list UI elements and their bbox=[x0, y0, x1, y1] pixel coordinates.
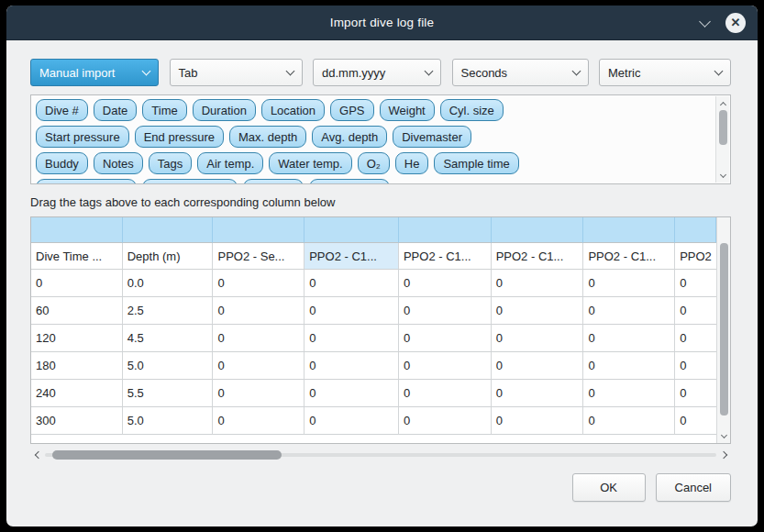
column-drop-target[interactable] bbox=[213, 217, 304, 243]
table-cell: 0 bbox=[583, 325, 675, 352]
table-cell: 0 bbox=[583, 270, 675, 297]
drag-tag[interactable] bbox=[142, 179, 238, 184]
scrollbar-handle[interactable] bbox=[52, 450, 282, 460]
column-header: PPO2 - Se... bbox=[213, 243, 304, 270]
scroll-down-icon[interactable] bbox=[716, 170, 729, 182]
scroll-left-icon[interactable] bbox=[30, 449, 43, 461]
table-cell: 0 bbox=[675, 297, 716, 325]
table-row: 180 5.0 0 0 0 0 0 0 bbox=[31, 352, 716, 380]
table-cell: 0 bbox=[213, 297, 304, 325]
scroll-right-icon[interactable] bbox=[718, 449, 731, 461]
tag-row-clipped bbox=[36, 179, 711, 184]
combo-value: Metric bbox=[608, 66, 640, 80]
column-drop-target[interactable] bbox=[123, 217, 214, 243]
table-cell: 5.5 bbox=[123, 380, 214, 407]
field-separator-combobox[interactable]: Tab bbox=[170, 59, 303, 86]
table-cell: 0 bbox=[399, 352, 492, 380]
drag-tag[interactable]: Date bbox=[94, 99, 137, 121]
units-combobox[interactable]: Metric bbox=[599, 59, 731, 86]
import-dialog: Import dive log file ✕ Manual import Tab… bbox=[6, 6, 758, 526]
table-cell: 0.0 bbox=[123, 270, 214, 297]
column-header: PPO2 - C1... bbox=[583, 243, 675, 270]
drag-tag[interactable]: Cyl. size bbox=[440, 99, 504, 121]
drag-tag[interactable]: Avg. depth bbox=[312, 126, 387, 148]
table-cell: 0 bbox=[304, 270, 399, 297]
time-format-combobox[interactable]: Seconds bbox=[452, 59, 589, 86]
drag-tag[interactable]: Notes bbox=[94, 152, 143, 174]
combo-value: Manual import bbox=[39, 66, 115, 80]
date-format-combobox[interactable]: dd.mm.yyyy bbox=[313, 59, 441, 86]
table-cell: 0 bbox=[675, 380, 716, 407]
drag-tag[interactable]: Max. depth bbox=[229, 126, 306, 148]
titlebar[interactable]: Import dive log file ✕ bbox=[6, 6, 758, 40]
titlebar-chevron-down-icon[interactable] bbox=[699, 16, 711, 28]
combo-value: dd.mm.yyyy bbox=[322, 66, 385, 80]
cancel-button[interactable]: Cancel bbox=[656, 473, 731, 502]
tag-row: Buddy Notes Tags Air temp. Water temp. O… bbox=[36, 152, 711, 174]
table-cell: 180 bbox=[31, 352, 123, 380]
table-cell: 0 bbox=[492, 407, 584, 435]
column-drop-target[interactable] bbox=[399, 217, 492, 243]
column-drop-target[interactable] bbox=[675, 217, 716, 243]
table-horizontal-scrollbar[interactable] bbox=[30, 449, 731, 461]
drag-tag[interactable]: Start pressure bbox=[36, 126, 129, 148]
table-cell: 0 bbox=[304, 325, 399, 352]
column-tags-panel: Dive # Date Time Duration Location GPS W… bbox=[30, 94, 731, 184]
table-cell: 0 bbox=[583, 297, 675, 325]
drag-tag[interactable]: Time bbox=[142, 99, 186, 121]
table-cell: 240 bbox=[31, 380, 123, 407]
ok-button[interactable]: OK bbox=[572, 473, 646, 502]
drag-tag[interactable]: Tags bbox=[149, 152, 192, 174]
window-title: Import dive log file bbox=[330, 16, 435, 29]
drag-tag[interactable]: End pressure bbox=[135, 126, 224, 148]
column-header-highlighted: PPO2 - C1... bbox=[304, 243, 399, 270]
drag-tag[interactable]: Buddy bbox=[36, 152, 88, 174]
table-cell: 0 bbox=[213, 325, 304, 352]
table-cell: 4.5 bbox=[123, 325, 214, 352]
scrollbar-handle[interactable] bbox=[719, 110, 727, 145]
table-cell: 0 bbox=[304, 297, 399, 325]
scroll-down-icon[interactable] bbox=[717, 430, 730, 442]
chevron-down-icon bbox=[714, 67, 724, 76]
drag-tag[interactable]: O₂ bbox=[358, 152, 390, 174]
table-cell: 60 bbox=[31, 297, 123, 325]
column-drop-target[interactable] bbox=[31, 217, 123, 243]
column-drop-target[interactable] bbox=[492, 217, 584, 243]
drag-tag[interactable]: Dive # bbox=[36, 99, 88, 121]
drag-tag[interactable]: He bbox=[395, 152, 429, 174]
drag-tag[interactable] bbox=[36, 179, 137, 184]
column-drop-target[interactable] bbox=[304, 217, 399, 243]
drag-tag[interactable]: Air temp. bbox=[197, 152, 263, 174]
column-header: Depth (m) bbox=[123, 243, 214, 270]
column-header: Dive Time ... bbox=[31, 243, 123, 270]
scroll-up-icon[interactable] bbox=[716, 97, 729, 109]
table-vertical-scrollbar[interactable] bbox=[716, 217, 730, 443]
table-cell: 0 bbox=[675, 352, 716, 380]
drag-tag[interactable]: Sample time bbox=[434, 152, 518, 174]
table-cell: 0 bbox=[492, 297, 584, 325]
table-cell: 300 bbox=[31, 407, 123, 435]
drag-tag[interactable]: Water temp. bbox=[269, 152, 351, 174]
tags-scrollbar[interactable] bbox=[715, 96, 729, 183]
chevron-down-icon bbox=[425, 67, 434, 76]
drag-tag[interactable]: Location bbox=[261, 99, 325, 121]
table-cell: 0 bbox=[583, 380, 675, 407]
drag-tag[interactable]: Divemaster bbox=[393, 126, 471, 148]
column-header: PPO2 - C1... bbox=[492, 243, 584, 270]
csv-preview-table: Dive Time ... Depth (m) PPO2 - Se... PPO… bbox=[30, 216, 731, 444]
import-type-combobox[interactable]: Manual import bbox=[30, 59, 159, 86]
close-button[interactable]: ✕ bbox=[725, 13, 746, 33]
column-drop-target[interactable] bbox=[583, 217, 675, 243]
scrollbar-handle[interactable] bbox=[720, 243, 728, 416]
drag-tag[interactable] bbox=[309, 179, 390, 184]
table-cell: 0 bbox=[492, 270, 584, 297]
drag-tag[interactable]: Weight bbox=[380, 99, 435, 121]
drag-tag[interactable] bbox=[243, 179, 304, 184]
drag-tag[interactable]: GPS bbox=[330, 99, 373, 121]
table-cell: 5.0 bbox=[123, 352, 214, 380]
chevron-down-icon bbox=[571, 67, 581, 76]
drag-tag[interactable]: Duration bbox=[193, 99, 256, 121]
column-header: PPO2 bbox=[675, 243, 716, 270]
table-cell: 0 bbox=[675, 270, 716, 297]
table-cell: 0 bbox=[583, 407, 675, 435]
